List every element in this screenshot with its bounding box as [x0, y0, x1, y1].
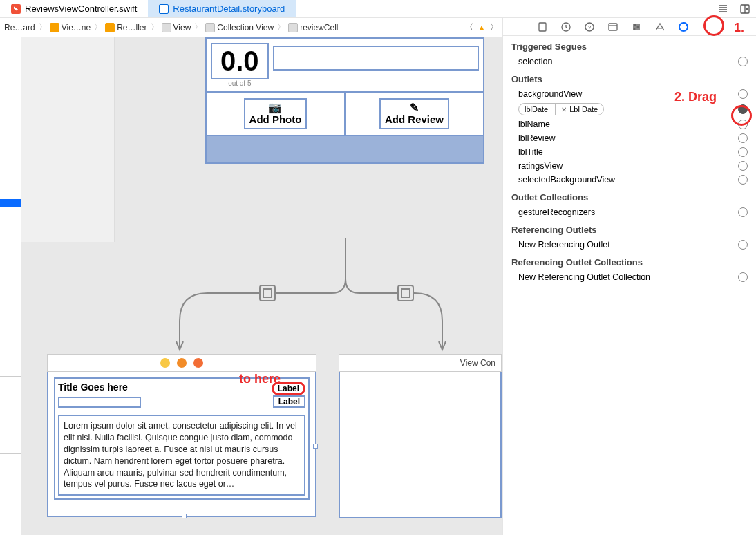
annot-circle-2: [731, 105, 752, 126]
annot-circle-1: [703, 15, 724, 36]
jump-text: View: [173, 23, 191, 32]
size-inspector-icon[interactable]: [648, 19, 672, 35]
outlet-row[interactable]: New Referencing Outlet: [503, 238, 756, 252]
vc-obj-icon[interactable]: [160, 358, 170, 368]
review-text[interactable]: Lorem ipsum dolor sit amet, consectetur …: [58, 415, 305, 496]
outlet-label: New Referencing Outlet Collection: [518, 272, 734, 282]
connect-dot[interactable]: [738, 57, 748, 66]
outlet-row[interactable]: New Referencing Outlet Collection: [503, 270, 756, 284]
jump-seg[interactable]: Vie…ne〉: [50, 21, 104, 33]
outlet-row[interactable]: backgroundView: [503, 87, 756, 101]
warning-icon[interactable]: ▲: [478, 23, 486, 32]
review-cell[interactable]: Title Goes here Label Label Lorem ipsum …: [54, 377, 310, 500]
add-review-button[interactable]: ✎Add Review: [379, 98, 449, 129]
svg-rect-5: [609, 24, 617, 30]
segue-line: [290, 238, 498, 362]
connect-dot[interactable]: [738, 161, 748, 171]
segue-knob[interactable]: [397, 285, 414, 301]
collectionview-icon: [205, 23, 215, 32]
section-outlets: Outlets: [503, 68, 756, 87]
footer-bar: [207, 135, 483, 162]
jump-nav: 〈 ▲ 〉: [465, 21, 498, 33]
connect-dot[interactable]: [738, 240, 748, 250]
title-label[interactable]: Title Goes here: [58, 382, 128, 393]
rating-label[interactable]: 0.0: [211, 43, 269, 79]
history-inspector-icon[interactable]: [554, 19, 578, 35]
connect-dot[interactable]: [738, 175, 748, 185]
tab-bar: ReviewsViewController.swift RestaurantDe…: [0, 0, 756, 18]
annot-1: 1.: [734, 21, 744, 35]
svg-rect-1: [539, 23, 546, 31]
jump-seg[interactable]: Re…ard〉: [4, 21, 48, 33]
resize-handle[interactable]: [182, 514, 187, 518]
jump-text: Re…ard: [4, 23, 35, 32]
outlet-name: lblDate: [519, 104, 556, 115]
connect-dot[interactable]: [738, 272, 748, 282]
view-icon: [162, 23, 171, 32]
outlet-label: New Referencing Outlet: [518, 240, 734, 250]
connect-dot[interactable]: [738, 133, 748, 143]
jump-seg[interactable]: Collection View〉: [205, 21, 287, 33]
editor-options: [712, 0, 756, 17]
resize-handle[interactable]: [313, 444, 318, 449]
section-triggered-segues: Triggered Segues: [503, 36, 756, 55]
outlet-row[interactable]: lblReview: [503, 131, 756, 145]
tab-storyboard[interactable]: RestaurantDetail.storyboard: [148, 0, 296, 17]
connect-dot[interactable]: [738, 147, 748, 157]
identity-inspector-icon[interactable]: [601, 19, 625, 35]
disconnect-icon[interactable]: ✕: [561, 106, 567, 113]
add-editor-icon[interactable]: [734, 0, 756, 18]
attributes-inspector-icon[interactable]: [625, 19, 648, 35]
vc-titlebar[interactable]: [47, 354, 316, 372]
jump-text: Vie…ne: [62, 23, 91, 32]
storyboard-icon: [159, 4, 169, 14]
jump-text: Collection View: [217, 23, 274, 32]
connect-dot[interactable]: [738, 89, 748, 99]
second-vc[interactable]: View Con: [339, 354, 502, 518]
outlet-label: gestureRecognizers: [518, 207, 734, 217]
ib-canvas[interactable]: 0.0 out of 5 📷Add Photo ✎Add Review: [0, 37, 502, 535]
inspector-panel: ? 1. Triggered Segues selection Outlets …: [503, 18, 756, 535]
tab-reviewsvc[interactable]: ReviewsViewController.swift: [0, 0, 148, 17]
outlet-dest: Lbl Date: [569, 105, 598, 113]
gutter-selection: [0, 199, 21, 207]
outlet-row[interactable]: ratingsView: [503, 159, 756, 173]
connect-dot[interactable]: [738, 207, 748, 217]
vc-titlebar[interactable]: View Con: [339, 354, 502, 372]
nav-fwd-icon[interactable]: 〉: [490, 21, 498, 33]
segue-knob[interactable]: [259, 285, 276, 301]
svg-point-8: [634, 28, 636, 30]
camera-icon: 📷: [249, 102, 302, 113]
firstresp-obj-icon[interactable]: [177, 358, 187, 368]
connection-pill[interactable]: lblDate ✕Lbl Date: [518, 103, 604, 115]
add-photo-button[interactable]: 📷Add Photo: [244, 98, 308, 129]
outlet-label: lblName: [518, 120, 734, 129]
outlet-label: selection: [518, 57, 734, 66]
restaurant-detail-view[interactable]: 0.0 out of 5 📷Add Photo ✎Add Review: [205, 37, 484, 164]
jump-seg[interactable]: reviewCell: [288, 23, 338, 32]
outlet-row[interactable]: lblTitle: [503, 145, 756, 159]
help-inspector-icon[interactable]: ?: [578, 19, 601, 35]
outlet-label: lblReview: [518, 133, 734, 143]
file-inspector-icon[interactable]: [531, 19, 554, 35]
outlet-row-selection[interactable]: selection: [503, 55, 756, 68]
jump-bar[interactable]: Re…ard〉 Vie…ne〉 Re…ller〉 View〉 Collectio…: [0, 18, 502, 37]
storyboard-scene-icon: [50, 23, 59, 32]
outlet-label: selectedBackgroundView: [518, 175, 734, 185]
exit-obj-icon[interactable]: [193, 358, 203, 368]
outlet-row-lbldate[interactable]: lblDate ✕Lbl Date: [503, 101, 756, 118]
outlet-row[interactable]: gestureRecognizers: [503, 205, 756, 219]
stars-placeholder[interactable]: [273, 46, 479, 71]
name-placeholder[interactable]: [58, 397, 141, 408]
connections-inspector-icon[interactable]: [672, 19, 695, 35]
jump-seg[interactable]: Re…ller〉: [105, 21, 160, 33]
nav-back-icon[interactable]: 〈: [465, 21, 473, 33]
outlet-row[interactable]: selectedBackgroundView: [503, 173, 756, 187]
jump-seg[interactable]: View〉: [162, 21, 205, 33]
vc-icon: [105, 23, 115, 32]
doc-outline-stub: [21, 37, 115, 242]
annot-2: 2. Drag: [674, 90, 717, 104]
outlet-label: ratingsView: [518, 161, 734, 171]
outlet-row[interactable]: lblName: [503, 118, 756, 131]
secondary-label[interactable]: Label: [273, 395, 305, 408]
